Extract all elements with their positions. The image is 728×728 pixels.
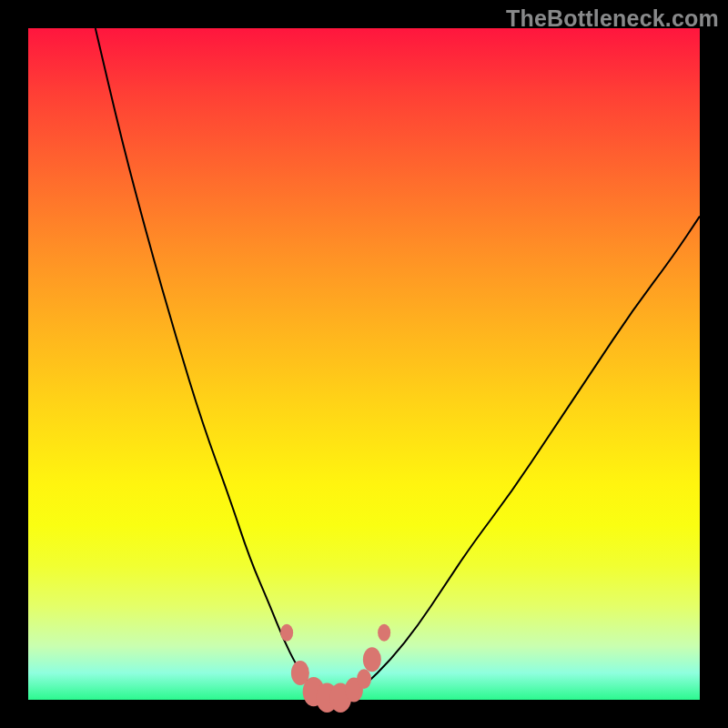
chart-frame: TheBottleneck.com: [0, 0, 728, 728]
valley-marker: [280, 624, 293, 642]
plot-area: [28, 28, 700, 700]
valley-markers: [280, 624, 390, 713]
valley-marker: [378, 624, 390, 642]
valley-marker: [357, 669, 371, 689]
watermark: TheBottleneck.com: [506, 5, 719, 32]
curve-left: [96, 28, 324, 700]
watermark-text: TheBottleneck.com: [506, 5, 719, 31]
bottleneck-curve: [28, 28, 700, 700]
valley-marker: [363, 647, 381, 672]
